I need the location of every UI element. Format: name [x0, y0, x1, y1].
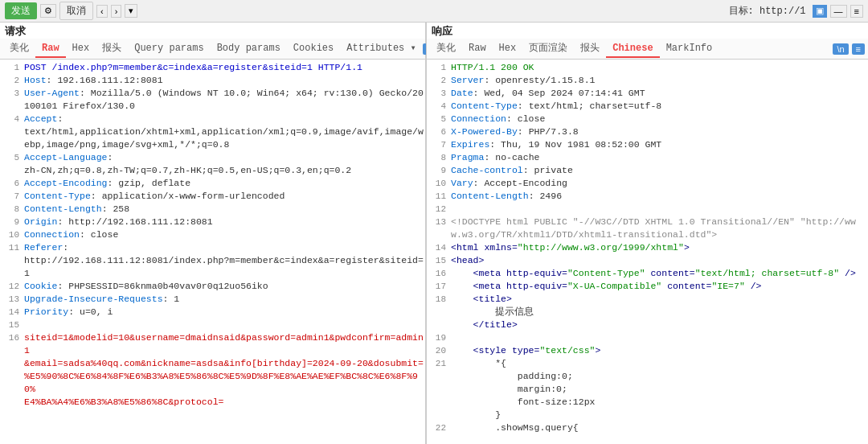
- request-tab-bar: 美化 Raw Hex 报头 Query params Body params C…: [0, 39, 425, 60]
- line-item: 22 .showMsg.query{: [427, 421, 868, 434]
- line-item: zh-CN,zh;q=0.8,zh-TW;q=0.7,zh-HK;q=0.5,e…: [0, 164, 425, 177]
- line-item: 7 Content-Type: application/x-www-form-u…: [0, 190, 425, 203]
- response-label: 响应: [427, 23, 868, 39]
- line-item: %E5%90%8C%E6%84%8F%E6%B3%A8%E5%86%8C%E5%…: [0, 370, 425, 396]
- line-item: </title>: [427, 319, 868, 331]
- tab-response-raw[interactable]: Raw: [462, 40, 493, 58]
- line-item: 18 <title>: [427, 293, 868, 306]
- tab-request-body[interactable]: Body params: [211, 40, 287, 58]
- line-item: 14 Priority: u=0, i: [0, 306, 425, 319]
- tab-response-markinfo[interactable]: MarkInfo: [660, 40, 719, 58]
- next-button[interactable]: ›: [111, 5, 122, 18]
- tab-response-beauty[interactable]: 美化: [430, 39, 462, 59]
- response-tab-icons: \n ≡: [833, 43, 865, 55]
- view-wrap-button[interactable]: ≡: [850, 5, 863, 18]
- line-item: 12: [427, 203, 868, 216]
- line-item: 3 Date: Wed, 04 Sep 2024 07:14:41 GMT: [427, 87, 868, 100]
- line-item: margin:0;: [427, 383, 868, 396]
- line-item: 15: [0, 319, 425, 331]
- tab-request-attributes[interactable]: Attributes ▾: [340, 39, 422, 58]
- line-item: 10 Vary: Accept-Encoding: [427, 177, 868, 190]
- tab-response-hex[interactable]: Hex: [493, 40, 523, 58]
- line-item: 11 Referer:: [0, 241, 425, 254]
- line-item: 1 HTTP/1.1 200 OK: [427, 61, 868, 74]
- view-single-button[interactable]: —: [830, 5, 847, 18]
- cancel-button[interactable]: 取消: [59, 2, 93, 20]
- line-item: 8 Pragma: no-cache: [427, 151, 868, 164]
- line-item: 16 <meta http-equiv="Content-Type" conte…: [427, 267, 868, 280]
- line-item: 6 X-Powered-By: PHP/7.3.8: [427, 125, 868, 138]
- line-item: 11 Content-Length: 2496: [427, 190, 868, 203]
- line-item: 9 Cache-control: private: [427, 164, 868, 177]
- response-tab-bar: 美化 Raw Hex 页面渲染 报头 Chinese MarkInfo \n ≡: [427, 39, 868, 60]
- send-button[interactable]: 发送: [5, 2, 37, 19]
- line-item: E4%BA%A4%E6%B3%A8%E5%86%8C&protocol=: [0, 396, 425, 409]
- tab-response-render[interactable]: 页面渲染: [522, 39, 574, 59]
- line-item: 16 siteid=1&modelid=10&username=dmaidnsa…: [0, 331, 425, 357]
- request-panel: 请求 美化 Raw Hex 报头 Query params Body param…: [0, 23, 426, 444]
- tab-response-chinese[interactable]: Chinese: [606, 40, 659, 58]
- line-item: http://192.168.111.12:8081/index.php?m=m…: [0, 254, 425, 280]
- line-item: 12 Cookie: PHPSESSID=86knma0b40vav0r0q12…: [0, 280, 425, 293]
- line-item: 17 <meta http-equiv="X-UA-Compatible" co…: [427, 280, 868, 293]
- more-button[interactable]: ▾: [125, 4, 137, 18]
- line-item: 8 Content-Length: 258: [0, 203, 425, 216]
- main-container: 请求 美化 Raw Hex 报头 Query params Body param…: [0, 23, 868, 444]
- view-split-button[interactable]: ▣: [813, 5, 827, 18]
- tab-request-raw[interactable]: Raw: [35, 40, 66, 58]
- response-content[interactable]: 1 HTTP/1.1 200 OK 2 Server: openresty/1.…: [427, 60, 868, 444]
- request-content[interactable]: 1 POST /index.php?m=member&c=index&a=reg…: [0, 60, 425, 444]
- line-item: 提示信息: [427, 306, 868, 319]
- response-ln-button[interactable]: \n: [833, 43, 848, 55]
- target-label: 目标: http://1: [729, 4, 806, 18]
- line-item: font-size:12px: [427, 396, 868, 409]
- line-item: 19: [427, 331, 868, 344]
- line-item: 10 Connection: close: [0, 228, 425, 241]
- line-item: text/html,application/xhtml+xml,applicat…: [0, 125, 425, 151]
- line-item: }: [427, 409, 868, 421]
- line-item: 14 <html xmlns="http://www.w3.org/1999/x…: [427, 241, 868, 254]
- response-panel: 响应 美化 Raw Hex 页面渲染 报头 Chinese MarkInfo \…: [427, 23, 868, 444]
- line-item: 2 Host: 192.168.111.12:8081: [0, 74, 425, 87]
- line-item: 15 <head>: [427, 254, 868, 267]
- tab-request-hex[interactable]: Hex: [66, 40, 96, 58]
- line-item: 21 *{: [427, 357, 868, 370]
- line-item: 13 <!DOCTYPE html PUBLIC "-//W3C//DTD XH…: [427, 216, 868, 241]
- line-item: 4 Accept:: [0, 113, 425, 125]
- prev-button[interactable]: ‹: [96, 5, 108, 18]
- line-item: 1 POST /index.php?m=member&c=index&a=reg…: [0, 61, 425, 74]
- tab-request-headers[interactable]: 报头: [96, 39, 128, 59]
- line-item: 7 Expires: Thu, 19 Nov 1981 08:52:00 GMT: [427, 138, 868, 151]
- line-item: 13 Upgrade-Insecure-Requests: 1: [0, 293, 425, 306]
- line-item: &email=sadsa%40qq.com&nickname=asdsa&inf…: [0, 357, 425, 370]
- tab-request-beauty[interactable]: 美化: [3, 39, 35, 59]
- tab-response-headers[interactable]: 报头: [574, 39, 606, 59]
- line-item: 6 Accept-Encoding: gzip, deflate: [0, 177, 425, 190]
- line-item: 20 <style type="text/css">: [427, 344, 868, 357]
- toolbar: 发送 ⚙ 取消 ‹ › ▾ 目标: http://1 ▣ — ≡: [0, 0, 868, 23]
- request-label: 请求: [0, 23, 425, 39]
- line-item: padding:0;: [427, 370, 868, 383]
- line-item: 4 Content-Type: text/html; charset=utf-8: [427, 100, 868, 113]
- tab-request-cookies[interactable]: Cookies: [287, 40, 340, 58]
- line-item: 2 Server: openresty/1.15.8.1: [427, 74, 868, 87]
- line-item: 5 Accept-Language:: [0, 151, 425, 164]
- settings-button[interactable]: ⚙: [40, 4, 56, 18]
- line-item: 9 Origin: http://192.168.111.12:8081: [0, 216, 425, 228]
- line-item: 5 Connection: close: [427, 113, 868, 125]
- tab-request-query[interactable]: Query params: [128, 40, 210, 58]
- line-item: 3 User-Agent: Mozilla/5.0 (Windows NT 10…: [0, 87, 425, 113]
- response-more-button[interactable]: ≡: [852, 43, 865, 55]
